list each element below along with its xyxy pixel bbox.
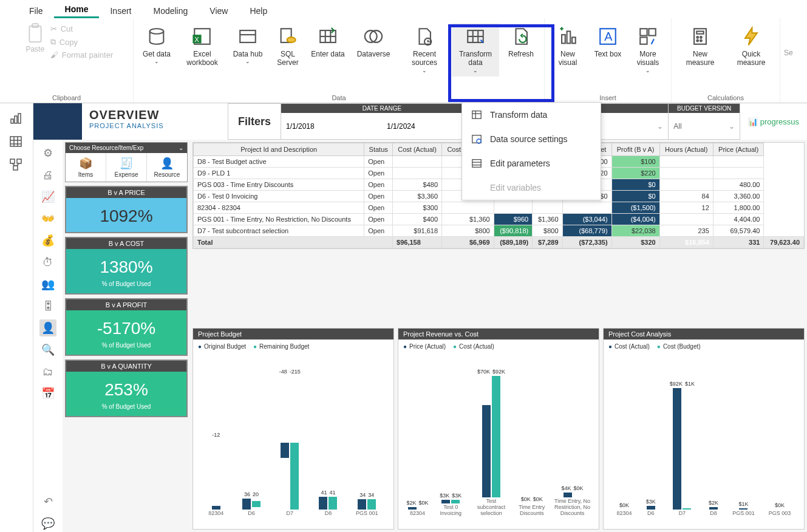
refresh-button[interactable]: Refresh bbox=[503, 23, 539, 61]
nav-icon-4[interactable]: 👐 bbox=[39, 210, 56, 227]
budget-dropdown[interactable]: All bbox=[669, 122, 740, 131]
nav-icon-9[interactable]: 👤 bbox=[39, 319, 56, 336]
truncated-group: Se bbox=[780, 18, 797, 103]
tab-view[interactable]: View bbox=[199, 2, 239, 18]
tab-insert[interactable]: Insert bbox=[99, 2, 142, 18]
nav-icon-12[interactable]: 📅 bbox=[39, 385, 56, 402]
calc-group-label: Calculations bbox=[707, 93, 744, 101]
receipt-icon: 🧾 bbox=[107, 157, 145, 170]
recent-sources-button[interactable]: Recent sources⌄ bbox=[401, 23, 448, 77]
tab-home[interactable]: Home bbox=[54, 1, 100, 18]
svg-rect-46 bbox=[10, 137, 21, 146]
chart3-legend2: Cost (Budget) bbox=[657, 343, 701, 350]
kpi-price-head: B v A PRICE bbox=[66, 187, 186, 198]
nav-icon-1[interactable]: ⚙ bbox=[39, 145, 56, 162]
dropdown-edit-parameters[interactable]: Edit parameters bbox=[462, 151, 601, 176]
report-view-icon[interactable] bbox=[9, 112, 24, 126]
text-box-button[interactable]: AText box bbox=[590, 23, 626, 61]
tab-modeling[interactable]: Modeling bbox=[142, 2, 199, 18]
transform-data-button[interactable]: Transform data⌄ bbox=[452, 23, 499, 77]
paste-button[interactable]: Paste bbox=[20, 23, 50, 53]
nav-icon-10[interactable]: 🔍 bbox=[39, 341, 56, 358]
nav-icon-3[interactable]: 📈 bbox=[39, 188, 56, 205]
svg-rect-30 bbox=[696, 32, 703, 34]
new-measure-button[interactable]: New measure bbox=[676, 23, 724, 70]
chart-cost-analysis[interactable]: Project Cost Analysis Cost (Actual)Cost … bbox=[603, 328, 805, 530]
svg-rect-26 bbox=[640, 29, 647, 35]
transform-data-dropdown: Transform data Data source settings Edit… bbox=[461, 102, 601, 200]
svg-text:X: X bbox=[194, 36, 199, 43]
svg-rect-35 bbox=[472, 111, 481, 119]
kpi-cost-head: B v A COST bbox=[66, 238, 186, 249]
filter-budget: BUDGET VERSION All bbox=[669, 103, 740, 140]
resource-expense[interactable]: 🧾Expense bbox=[106, 153, 147, 182]
filter-date-label: DATE RANGE bbox=[281, 104, 483, 113]
excel-workbook-button[interactable]: XExcel workbook bbox=[179, 23, 226, 70]
kpi-cost-sub: % of Budget Used bbox=[66, 277, 186, 287]
chart1-title: Project Budget bbox=[193, 329, 393, 339]
comment-icon[interactable]: 💬 bbox=[39, 515, 56, 532]
nav-icon-8[interactable]: 🎛 bbox=[39, 298, 56, 315]
sql-server-button[interactable]: SQL Server bbox=[270, 23, 306, 70]
new-visual-button[interactable]: New visual bbox=[550, 23, 586, 70]
dropdown-transform-data[interactable]: Transform data bbox=[462, 103, 601, 127]
undo-icon[interactable]: ↶ bbox=[39, 493, 56, 510]
nav-icon-11[interactable]: 🗂 bbox=[39, 363, 56, 380]
format-painter-button[interactable]: 🖌Format painter bbox=[50, 50, 114, 60]
svg-rect-28 bbox=[640, 37, 647, 44]
kpi-quantity[interactable]: B v A QUANTITY 253%% of Budget Used bbox=[65, 360, 188, 417]
enter-data-button[interactable]: Enter data bbox=[310, 23, 346, 61]
tab-help[interactable]: Help bbox=[239, 2, 278, 18]
gear-grid-icon bbox=[471, 133, 483, 145]
chevron-down-icon[interactable]: ⌄ bbox=[179, 145, 183, 151]
dropdown-data-source-settings[interactable]: Data source settings bbox=[462, 127, 601, 151]
tab-file[interactable]: File bbox=[18, 2, 54, 18]
chart-project-budget[interactable]: Project Budget Original BudgetRemaining … bbox=[192, 328, 394, 530]
more-visuals-button[interactable]: More visuals⌄ bbox=[630, 23, 666, 77]
person-icon: 👤 bbox=[148, 157, 186, 170]
model-view-icon[interactable] bbox=[9, 158, 24, 172]
svg-point-31 bbox=[696, 36, 698, 38]
svg-rect-44 bbox=[15, 116, 17, 123]
page-title: OVERVIEW bbox=[89, 108, 220, 122]
kpi-profit[interactable]: B v A PROFIT -5170%% of Budget Used bbox=[65, 298, 188, 356]
data-view-icon[interactable] bbox=[9, 135, 24, 149]
copy-button[interactable]: ⧉Copy bbox=[50, 37, 114, 47]
kpi-qty-head: B v A QUANTITY bbox=[66, 361, 186, 372]
chart-revenue-cost[interactable]: Project Revenue vs. Cost Price (Actual)C… bbox=[398, 328, 599, 530]
svg-rect-53 bbox=[13, 166, 18, 170]
kpi-cost[interactable]: B v A COST 1380%% of Budget Used bbox=[65, 237, 188, 295]
data-group-label: Data bbox=[332, 93, 346, 101]
kpi-qty-val: 253% bbox=[66, 380, 186, 400]
dark-corner bbox=[33, 103, 82, 140]
quick-measure-button[interactable]: Quick measure bbox=[727, 23, 775, 70]
chart3-legend1: Cost (Actual) bbox=[608, 343, 650, 350]
cut-button[interactable]: ✂Cut bbox=[50, 24, 114, 33]
chart2-legend1: Price (Actual) bbox=[403, 343, 446, 350]
view-rail bbox=[0, 103, 33, 532]
svg-point-34 bbox=[700, 40, 702, 42]
bars-icon: 📊 bbox=[748, 117, 758, 126]
resource-resource[interactable]: 👤Resource bbox=[147, 153, 187, 182]
nav-icon-7[interactable]: 👥 bbox=[39, 276, 56, 293]
data-hub-button[interactable]: Data hub⌄ bbox=[230, 23, 266, 67]
get-data-button[interactable]: Get data⌄ bbox=[138, 23, 175, 67]
dropdown-edit-variables: Edit variables bbox=[462, 176, 601, 200]
group-data: Get data⌄ XExcel workbook Data hub⌄ SQL … bbox=[134, 18, 545, 103]
nav-icon-5[interactable]: 💰 bbox=[39, 232, 56, 249]
svg-rect-21 bbox=[562, 35, 565, 43]
kpi-profit-val: -5170% bbox=[66, 319, 186, 338]
resource-items[interactable]: 📦Items bbox=[66, 153, 106, 182]
nav-icon-2[interactable]: 🖨 bbox=[39, 166, 56, 183]
group-calculations: New measure Quick measure Calculations bbox=[672, 18, 780, 103]
dataverse-button[interactable]: Dataverse bbox=[350, 23, 397, 61]
kpi-qty-sub: % of Budget Used bbox=[66, 400, 186, 410]
clipboard-group-label: Clipboard bbox=[52, 93, 81, 101]
charts-row: Project Budget Original BudgetRemaining … bbox=[192, 328, 805, 530]
kpi-cost-val: 1380% bbox=[66, 257, 186, 277]
kpi-price[interactable]: B v A PRICE 1092% bbox=[65, 186, 188, 233]
nav-icon-6[interactable]: ⏱ bbox=[39, 254, 56, 271]
svg-rect-52 bbox=[17, 159, 21, 163]
svg-rect-23 bbox=[572, 37, 576, 43]
date-from-input[interactable] bbox=[281, 113, 382, 139]
